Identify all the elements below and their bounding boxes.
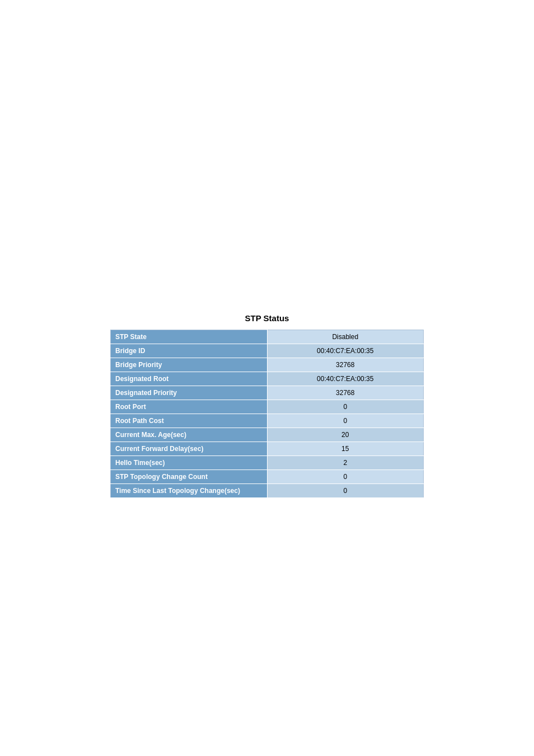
- table-row: Designated Priority32768: [111, 386, 424, 400]
- table-row: Bridge Priority32768: [111, 358, 424, 372]
- row-label: Bridge ID: [111, 344, 268, 358]
- table-row: Time Since Last Topology Change(sec)0: [111, 484, 424, 498]
- row-value: 00:40:C7:EA:00:35: [267, 344, 424, 358]
- section-title: STP Status: [245, 313, 289, 323]
- row-value: 0: [267, 414, 424, 428]
- row-value: 2: [267, 456, 424, 470]
- stp-status-table: STP StateDisabledBridge ID00:40:C7:EA:00…: [110, 330, 424, 498]
- table-row: STP Topology Change Count0: [111, 470, 424, 484]
- row-value: 20: [267, 428, 424, 442]
- row-value: 00:40:C7:EA:00:35: [267, 372, 424, 386]
- row-label: Time Since Last Topology Change(sec): [111, 484, 268, 498]
- row-label: Current Forward Delay(sec): [111, 442, 268, 456]
- row-value: 15: [267, 442, 424, 456]
- table-row: Designated Root00:40:C7:EA:00:35: [111, 372, 424, 386]
- row-value: Disabled: [267, 330, 424, 344]
- row-label: Root Port: [111, 400, 268, 414]
- row-value: 32768: [267, 358, 424, 372]
- table-row: Current Max. Age(sec)20: [111, 428, 424, 442]
- row-value: 0: [267, 400, 424, 414]
- row-label: Bridge Priority: [111, 358, 268, 372]
- row-value: 0: [267, 470, 424, 484]
- row-value: 32768: [267, 386, 424, 400]
- table-row: Bridge ID00:40:C7:EA:00:35: [111, 344, 424, 358]
- page-container: STP Status STP StateDisabledBridge ID00:…: [0, 0, 534, 756]
- table-row: STP StateDisabled: [111, 330, 424, 344]
- row-label: STP State: [111, 330, 268, 344]
- row-label: Designated Root: [111, 372, 268, 386]
- row-label: Hello Time(sec): [111, 456, 268, 470]
- row-value: 0: [267, 484, 424, 498]
- table-row: Current Forward Delay(sec)15: [111, 442, 424, 456]
- table-row: Hello Time(sec)2: [111, 456, 424, 470]
- table-row: Root Path Cost0: [111, 414, 424, 428]
- table-row: Root Port0: [111, 400, 424, 414]
- row-label: Current Max. Age(sec): [111, 428, 268, 442]
- row-label: STP Topology Change Count: [111, 470, 268, 484]
- row-label: Designated Priority: [111, 386, 268, 400]
- row-label: Root Path Cost: [111, 414, 268, 428]
